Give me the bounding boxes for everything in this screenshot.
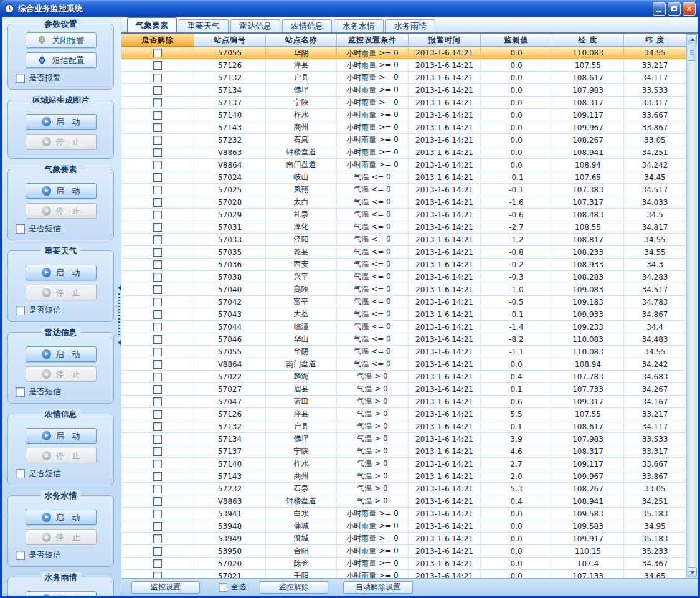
table-row[interactable]: 57132户县小时雨量 >= 02013-1-6 14:210.0108.617… <box>121 72 686 84</box>
release-checkbox[interactable] <box>153 148 162 157</box>
table-row[interactable]: 57035乾县气温 <= 02013-1-6 14:21-0.8108.2333… <box>121 246 686 259</box>
table-row[interactable]: 57137宁陕气温 > 02013-1-6 14:214.6108.31733.… <box>121 445 686 458</box>
tab-water-level[interactable]: 水务水情 <box>334 19 384 32</box>
table-row[interactable]: V8864南门盘道小时雨量 >= 02013-1-6 14:210.0108.9… <box>121 159 686 171</box>
sms-checkbox[interactable] <box>16 469 25 478</box>
table-row[interactable]: 57044临潼气温 <= 02013-1-6 14:21-1.4109.2333… <box>121 321 686 333</box>
column-header-station-id[interactable]: 站点编号 <box>194 34 266 47</box>
release-checkbox[interactable] <box>153 123 162 132</box>
table-row[interactable]: 57046华山气温 <= 02013-1-6 14:21-8.2110.0833… <box>121 333 686 346</box>
release-checkbox[interactable] <box>153 348 162 356</box>
release-checkbox[interactable] <box>153 111 162 120</box>
table-row[interactable]: 57020陈仓小时雨量 >= 02013-1-6 14:210.0107.434… <box>121 558 686 570</box>
release-checkbox[interactable] <box>153 235 162 244</box>
scroll-down-button[interactable] <box>688 567 697 577</box>
scroll-up-button[interactable] <box>688 34 697 44</box>
release-checkbox[interactable] <box>153 422 162 431</box>
column-header-station-name[interactable]: 站点名称 <box>266 34 337 47</box>
maximize-button[interactable] <box>668 2 681 16</box>
stop-button[interactable]: 停 止 <box>26 366 97 382</box>
table-row[interactable]: 57033泾阳气温 <= 02013-1-6 14:21-1.2108.8173… <box>121 234 686 246</box>
close-button[interactable]: ✕ <box>683 2 696 16</box>
monitor-setting-button[interactable]: 监控设置 <box>131 581 200 594</box>
release-checkbox[interactable] <box>153 335 162 344</box>
column-header-latitude[interactable]: 纬 度 <box>624 34 686 47</box>
table-row[interactable]: 57134佛坪小时雨量 >= 02013-1-6 14:210.0107.983… <box>121 84 686 97</box>
release-checkbox[interactable] <box>153 559 162 568</box>
monitor-release-button[interactable]: 监控解除 <box>260 581 328 594</box>
table-row[interactable]: 57143商州小时雨量 >= 02013-1-6 14:210.0109.967… <box>121 121 686 134</box>
sidebar-splitter[interactable] <box>116 284 122 346</box>
scroll-track[interactable] <box>687 61 697 567</box>
stop-button[interactable]: 停 止 <box>26 448 97 463</box>
stop-button[interactable]: 停 止 <box>26 529 97 545</box>
table-row[interactable]: 57028太白气温 <= 02013-1-6 14:21-1.6107.3173… <box>121 196 686 209</box>
table-row[interactable]: 57047蓝田气温 > 02013-1-6 14:210.6109.31734.… <box>121 396 686 408</box>
stop-button[interactable]: 停 止 <box>26 134 97 150</box>
table-row[interactable]: 57137宁陕小时雨量 >= 02013-1-6 14:210.0108.317… <box>121 97 686 109</box>
column-header-alarm-time[interactable]: 报警时间 <box>409 34 481 47</box>
sms-config-button[interactable]: 短信配置 <box>26 52 97 68</box>
tab-weather-elements[interactable]: 气象要素 <box>127 17 177 32</box>
sms-checkbox[interactable] <box>16 387 25 397</box>
alarm-checkbox[interactable] <box>16 74 25 83</box>
table-row[interactable]: V8863钟楼盘道小时雨量 >= 02013-1-6 14:210.0108.9… <box>121 146 686 159</box>
release-checkbox[interactable] <box>153 472 162 481</box>
release-checkbox[interactable] <box>153 248 162 257</box>
column-header-longitude[interactable]: 经 度 <box>552 34 624 47</box>
table-row[interactable]: 57024岐山气温 <= 02013-1-6 14:21-0.1107.6534… <box>121 171 686 184</box>
column-header-value[interactable]: 监测值 <box>481 34 552 47</box>
table-row[interactable]: 53941白水小时雨量 >= 02013-1-6 14:210.0109.583… <box>121 508 686 520</box>
table-row[interactable]: 57025凤翔气温 <= 02013-1-6 14:21-0.1107.3833… <box>121 184 686 196</box>
tab-agriculture-info[interactable]: 农情信息 <box>282 19 332 32</box>
minimize-button[interactable] <box>653 2 666 16</box>
release-checkbox[interactable] <box>153 136 162 145</box>
table-row[interactable]: 57040高陵气温 <= 02013-1-6 14:21-1.0109.0833… <box>121 283 686 296</box>
table-row[interactable]: 57134佛坪气温 > 02013-1-6 14:213.9107.98333.… <box>121 433 686 445</box>
release-checkbox[interactable] <box>153 186 162 194</box>
table-row[interactable]: 53948蒲城小时雨量 >= 02013-1-6 14:210.0109.583… <box>121 520 686 533</box>
release-checkbox[interactable] <box>153 223 162 232</box>
release-checkbox[interactable] <box>153 534 162 543</box>
release-checkbox[interactable] <box>153 49 162 57</box>
table-row[interactable]: 53950合阳小时雨量 >= 02013-1-6 14:210.0110.153… <box>121 545 686 558</box>
release-checkbox[interactable] <box>153 273 162 282</box>
table-row[interactable]: 57029礼泉气温 <= 02013-1-6 14:21-0.6108.4833… <box>121 209 686 221</box>
table-row[interactable]: 53949澄城小时雨量 >= 02013-1-6 14:210.0109.917… <box>121 533 686 545</box>
release-checkbox[interactable] <box>153 285 162 294</box>
release-checkbox[interactable] <box>153 74 162 82</box>
table-row[interactable]: 57140柞水小时雨量 >= 02013-1-6 14:210.0109.117… <box>121 109 686 121</box>
release-checkbox[interactable] <box>153 572 162 579</box>
sms-checkbox[interactable] <box>16 224 25 234</box>
release-checkbox[interactable] <box>153 547 162 556</box>
table-row[interactable]: 57055华阴气温 <= 02013-1-6 14:21-1.1110.0833… <box>121 346 686 358</box>
release-checkbox[interactable] <box>153 323 162 331</box>
table-row[interactable]: V8864南门盘道气温 <= 02013-1-6 14:210.0108.943… <box>121 358 686 371</box>
table-row[interactable]: 57143商州气温 > 02013-1-6 14:212.0109.96733.… <box>121 470 686 483</box>
release-checkbox[interactable] <box>153 410 162 419</box>
table-row[interactable]: 57126洋县小时雨量 >= 02013-1-6 14:210.0107.553… <box>121 59 686 72</box>
release-checkbox[interactable] <box>153 385 162 394</box>
table-row[interactable]: 57232石泉气温 > 02013-1-6 14:215.3108.26733.… <box>121 483 686 495</box>
close-alarm-button[interactable]: 关闭报警 <box>26 32 97 48</box>
auto-release-button[interactable]: 自动解除设置 <box>343 581 413 594</box>
vertical-scrollbar[interactable] <box>686 34 697 578</box>
release-checkbox[interactable] <box>153 298 162 306</box>
sms-checkbox[interactable] <box>16 306 25 315</box>
release-checkbox[interactable] <box>153 260 162 269</box>
table-row[interactable]: 57038兴平气温 <= 02013-1-6 14:21-0.3108.2833… <box>121 271 686 283</box>
release-checkbox[interactable] <box>153 86 162 95</box>
table-row[interactable]: 57042富平气温 <= 02013-1-6 14:21-0.5109.1833… <box>121 296 686 308</box>
release-checkbox[interactable] <box>153 360 162 369</box>
release-checkbox[interactable] <box>153 497 162 506</box>
release-checkbox[interactable] <box>153 61 162 70</box>
tab-radar-info[interactable]: 雷达信息 <box>230 19 280 32</box>
release-checkbox[interactable] <box>153 447 162 456</box>
release-checkbox[interactable] <box>153 397 162 406</box>
stop-button[interactable]: 停 止 <box>26 203 97 219</box>
table-row[interactable]: 57022麟游气温 > 02013-1-6 14:210.4107.78334.… <box>121 371 686 383</box>
release-checkbox[interactable] <box>153 173 162 182</box>
stop-button[interactable]: 停 止 <box>26 285 97 300</box>
tab-water-rain[interactable]: 水务雨情 <box>385 19 435 32</box>
table-row[interactable]: 57232石泉小时雨量 >= 02013-1-6 14:210.0108.267… <box>121 134 686 146</box>
